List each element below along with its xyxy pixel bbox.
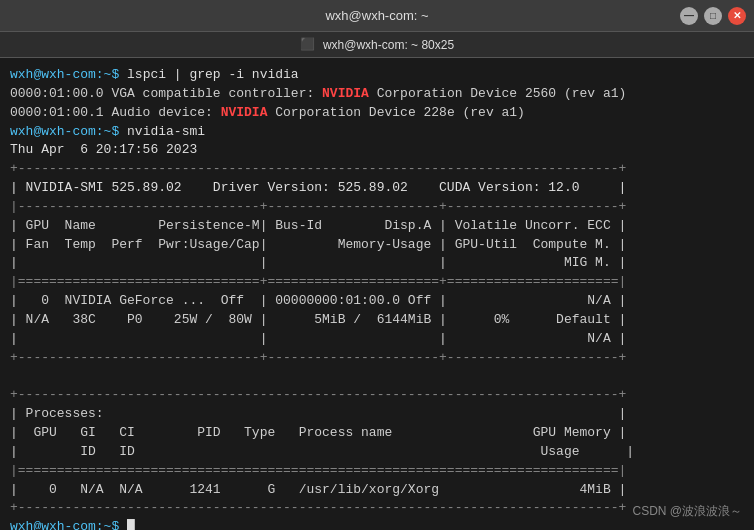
sep-4: +-------------------------------+-------… (10, 350, 626, 365)
minimize-button[interactable]: — (680, 7, 698, 25)
sep-3: |===============================+=======… (10, 274, 626, 289)
prompt-3: wxh@wxh-com:~$ (10, 519, 127, 530)
gpu-row-1: | 0 NVIDIA GeForce ... Off | 00000000:01… (10, 293, 626, 308)
proc-col-2: | ID ID Usage | (10, 444, 634, 459)
terminal-content: wxh@wxh-com:~$ lspci | grep -i nvidia 00… (10, 66, 744, 530)
proc-row-1: | 0 N/A N/A 1241 G /usr/lib/xorg/Xorg 4M… (10, 482, 626, 497)
date-line: Thu Apr 6 20:17:56 2023 (10, 142, 197, 157)
tab-icon: ⬛ (300, 37, 315, 52)
sep-5: +---------------------------------------… (10, 387, 626, 402)
window-controls: — □ ✕ (680, 7, 746, 25)
tabbar: ⬛ wxh@wxh-com: ~ 80x25 (0, 32, 754, 58)
proc-col-1: | GPU GI CI PID Type Process name GPU Me… (10, 425, 626, 440)
col-header-3: | | | MIG M. | (10, 255, 626, 270)
sep-7: +---------------------------------------… (10, 500, 626, 515)
sep-6: |=======================================… (10, 463, 626, 478)
watermark: CSDN @波浪波浪～ (632, 503, 742, 520)
prompt-1: wxh@wxh-com:~$ (10, 67, 127, 82)
processes-header: | Processes: | (10, 406, 626, 421)
terminal-output: wxh@wxh-com:~$ lspci | grep -i nvidia 00… (10, 66, 744, 530)
gpu-row-2: | N/A 38C P0 25W / 80W | 5MiB / 6144MiB … (10, 312, 626, 327)
cmd-1: lspci | grep -i nvidia (127, 67, 299, 82)
line-nvidia-1: 0000:01:00.0 VGA compatible controller: … (10, 86, 626, 101)
line-nvidia-2: 0000:01:00.1 Audio device: NVIDIA Corpor… (10, 105, 525, 120)
titlebar-title: wxh@wxh-com: ~ (325, 8, 428, 23)
sep-1: +---------------------------------------… (10, 161, 626, 176)
cursor: █ (127, 519, 135, 530)
col-header-1: | GPU Name Persistence-M| Bus-Id Disp.A … (10, 218, 626, 233)
col-header-2: | Fan Temp Perf Pwr:Usage/Cap| Memory-Us… (10, 237, 626, 252)
maximize-button[interactable]: □ (704, 7, 722, 25)
cmd-2: nvidia-smi (127, 124, 205, 139)
prompt-2: wxh@wxh-com:~$ (10, 124, 127, 139)
gpu-row-3: | | | N/A | (10, 331, 626, 346)
titlebar: wxh@wxh-com: ~ — □ ✕ (0, 0, 754, 32)
close-button[interactable]: ✕ (728, 7, 746, 25)
tab-label: wxh@wxh-com: ~ 80x25 (323, 38, 454, 52)
smi-header: | NVIDIA-SMI 525.89.02 Driver Version: 5… (10, 180, 626, 195)
sep-2: |-------------------------------+-------… (10, 199, 626, 214)
terminal[interactable]: wxh@wxh-com:~$ lspci | grep -i nvidia 00… (0, 58, 754, 530)
